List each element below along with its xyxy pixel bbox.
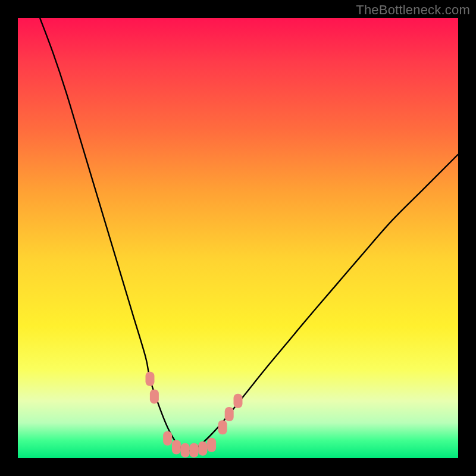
marker-point: [163, 431, 172, 446]
plot-area: [18, 18, 458, 458]
marker-point: [234, 394, 243, 408]
marker-point: [146, 372, 155, 386]
chart-overlay: [18, 18, 458, 458]
marker-point: [181, 443, 190, 458]
marker-point: [172, 440, 181, 455]
marker-point: [207, 438, 216, 452]
curve-right-branch: [185, 154, 458, 452]
marker-point: [198, 441, 207, 456]
chart-stage: TheBottleneck.com: [0, 0, 476, 476]
watermark-text: TheBottleneck.com: [356, 2, 470, 18]
highlight-markers: [146, 372, 243, 458]
marker-point: [218, 420, 227, 434]
curve-left-branch: [40, 18, 185, 452]
marker-point: [225, 407, 234, 421]
marker-point: [190, 443, 199, 458]
marker-point: [150, 389, 159, 403]
